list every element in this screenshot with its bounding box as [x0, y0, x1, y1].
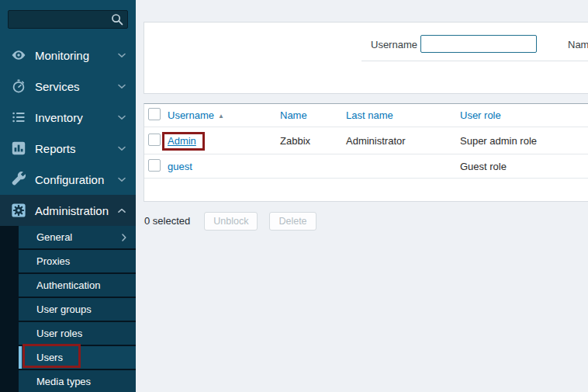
sort-asc-icon: ▲	[218, 113, 224, 120]
table-header-row: Username▲ Name Last name User role	[144, 104, 588, 127]
submenu-item-users[interactable]: Users	[19, 346, 136, 369]
stopwatch-icon	[11, 78, 26, 94]
sidebar-item-inventory[interactable]: Inventory	[0, 102, 136, 133]
sidebar-item-administration[interactable]: Administration	[0, 195, 136, 226]
column-header-user-role[interactable]: User role	[460, 109, 501, 121]
chevron-up-icon	[118, 208, 126, 213]
sidebar-search	[8, 10, 128, 29]
main-content: Username Name Username▲ Name Last name U…	[136, 0, 588, 392]
submenu-item-user-roles[interactable]: User roles	[19, 322, 136, 345]
cell-user-role: Super admin role	[460, 135, 588, 147]
submenu-item-label: User roles	[36, 328, 126, 339]
submenu-item-label: User groups	[36, 304, 126, 315]
bar-chart-icon	[11, 140, 26, 156]
row-checkbox[interactable]	[148, 134, 161, 146]
sidebar-menu: Monitoring Services	[0, 40, 136, 226]
chevron-down-icon	[118, 146, 126, 151]
chevron-down-icon	[118, 115, 126, 120]
row-checkbox[interactable]	[148, 159, 161, 172]
chevron-down-icon	[118, 177, 126, 182]
user-link-guest[interactable]: guest	[168, 161, 192, 172]
submenu-item-label: Authentication	[36, 279, 126, 291]
wrench-icon	[11, 172, 26, 187]
gear-icon	[11, 203, 26, 218]
submenu-item-label: Users	[36, 352, 126, 363]
delete-button[interactable]: Delete	[269, 212, 316, 231]
submenu-item-media-types[interactable]: Media types	[19, 370, 136, 392]
submenu-item-label: Proxies	[36, 255, 126, 267]
sidebar-item-monitoring[interactable]: Monitoring	[0, 40, 136, 71]
submenu-item-general[interactable]: General	[19, 226, 136, 248]
sidebar-item-label: Configuration	[35, 173, 118, 186]
sidebar-item-label: Reports	[35, 142, 118, 155]
submenu-item-label: General	[36, 231, 122, 243]
column-header-username[interactable]: Username	[168, 109, 214, 121]
sidebar-item-label: Administration	[35, 204, 118, 217]
sidebar-item-label: Services	[35, 80, 118, 93]
search-icon	[111, 13, 123, 26]
sidebar-item-label: Inventory	[35, 111, 118, 124]
filter-username-label: Username	[371, 39, 417, 50]
list-icon	[11, 109, 26, 125]
unblock-button[interactable]: Unblock	[204, 212, 258, 231]
sidebar-item-configuration[interactable]: Configuration	[0, 164, 136, 195]
sidebar-item-reports[interactable]: Reports	[0, 133, 136, 164]
table-row: guest Guest role	[144, 154, 588, 179]
filter-name-label: Name	[568, 39, 588, 50]
sidebar-item-services[interactable]: Services	[0, 71, 136, 102]
sidebar: Monitoring Services	[0, 0, 136, 392]
submenu-item-label: Media types	[36, 376, 126, 387]
selected-count: 0 selected	[144, 215, 190, 227]
submenu-item-authentication[interactable]: Authentication	[19, 274, 136, 297]
select-all-checkbox[interactable]	[148, 108, 161, 120]
table-row: Admin Zabbix Administrator Super admin r…	[144, 127, 588, 154]
users-table: Username▲ Name Last name User role Admin…	[144, 103, 588, 202]
action-bar: 0 selected Unblock Delete	[144, 211, 328, 231]
search-input[interactable]	[8, 10, 128, 29]
chevron-down-icon	[118, 53, 126, 58]
column-header-name[interactable]: Name	[280, 109, 307, 121]
eye-icon	[11, 47, 26, 63]
cell-user-role: Guest role	[460, 161, 588, 172]
filter-divider	[361, 61, 588, 61]
sidebar-item-label: Monitoring	[35, 49, 118, 62]
chevron-down-icon	[118, 84, 126, 89]
filter-panel: Username Name	[144, 22, 588, 94]
chevron-right-icon	[122, 234, 126, 241]
cell-last-name: Administrator	[346, 135, 460, 147]
administration-submenu: General Proxies Authentication User grou…	[0, 226, 136, 392]
cell-name: Zabbix	[280, 135, 346, 147]
filter-username-input[interactable]	[420, 35, 537, 53]
submenu-item-proxies[interactable]: Proxies	[19, 250, 136, 272]
user-link-admin[interactable]: Admin	[168, 135, 196, 147]
submenu-item-user-groups[interactable]: User groups	[19, 298, 136, 321]
column-header-last-name[interactable]: Last name	[346, 109, 393, 121]
